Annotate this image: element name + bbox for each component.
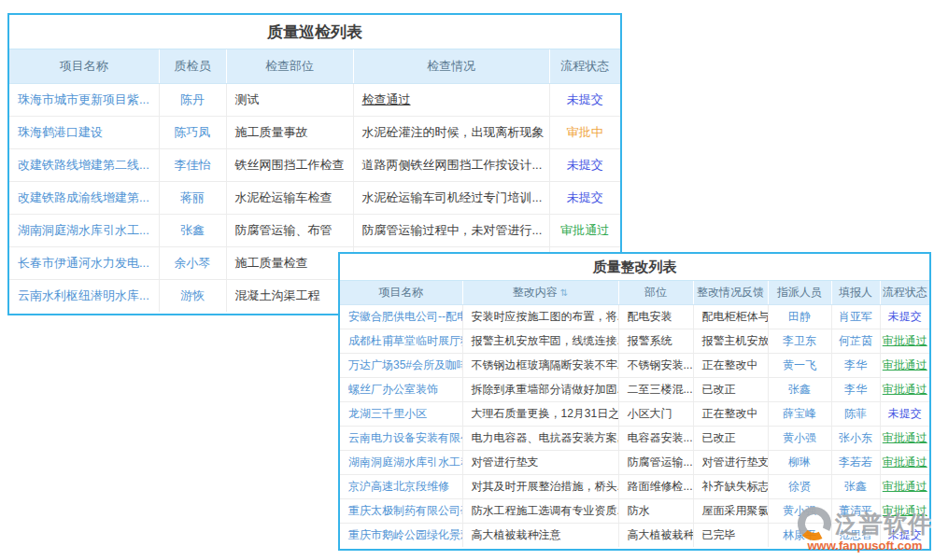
rectification-header-row: 项目名称整改内容⇅部位整改情况反馈指派人员填报人流程状态 [340, 281, 929, 304]
cell-inspect-part: 施工质量事故 [226, 116, 353, 148]
cell-project-name[interactable]: 湖南洞庭湖水库引水工程施工标 [340, 450, 462, 474]
cell-project-name[interactable]: 万达广场35#会所及咖啡厅空... [340, 353, 462, 377]
cell-reporter[interactable]: 李若若 [831, 450, 880, 474]
cell-flow-status[interactable]: 审批通过 [880, 474, 929, 498]
cell-project-name[interactable]: 改建铁路线增建第二线... [9, 148, 159, 181]
cell-part: 防腐管运输... [618, 450, 693, 474]
cell-inspector[interactable]: 李佳怡 [159, 148, 226, 181]
cell-feedback: 对管进行垫支 [693, 450, 768, 474]
cell-project-name[interactable]: 云南电力设备安装有限公司20... [340, 426, 462, 450]
cell-project-name[interactable]: 湖南洞庭湖水库引水工... [9, 214, 159, 246]
cell-assignee[interactable]: 黄一飞 [768, 353, 831, 377]
cell-assignee[interactable]: 李卫东 [768, 329, 831, 353]
cell-flow-status[interactable]: 审批通过 [880, 353, 929, 377]
cell-assignee[interactable]: 薛宝峰 [768, 401, 831, 426]
cell-flow-status[interactable]: 审批中 [549, 116, 620, 148]
cell-reporter[interactable]: 何芷茵 [831, 329, 880, 353]
rectification-col-6: 流程状态 [880, 281, 929, 304]
cell-inspect-situation: 水泥砼运输车司机经过专门培训... [353, 181, 549, 214]
cell-flow-status[interactable]: 未提交 [880, 401, 929, 426]
cell-part: 电容器安装... [618, 426, 693, 450]
inspection-row: 珠海鹤港口建设陈巧凤施工质量事故水泥砼灌注的时候，出现离析现象审批中 [9, 116, 620, 148]
cell-part: 小区大门 [618, 401, 693, 426]
cell-project-name[interactable]: 云南水利枢纽潜明水库... [9, 279, 159, 312]
cell-rectify-content: 防水工程施工选调有专业资质... [462, 498, 618, 523]
cell-project-name[interactable]: 改建铁路成渝线增建第... [9, 181, 159, 214]
inspection-row: 改建铁路线增建第二线...李佳怡铁丝网围挡工作检查道路两侧铁丝网围挡工作按设计.… [9, 148, 620, 181]
cell-inspect-situation: 道路两侧铁丝网围挡工作按设计... [353, 148, 549, 181]
watermark-url: www.fanpusoft.com [796, 539, 934, 553]
inspection-row: 珠海市城市更新项目紫...陈丹测试检查通过未提交 [9, 83, 620, 116]
cell-project-name[interactable]: 重庆太极制药有限公司亳州中... [340, 498, 462, 523]
cell-flow-status[interactable]: 审批通过 [549, 214, 620, 246]
cell-feedback: 已改正 [693, 426, 768, 450]
cell-feedback: 正在整改中 [693, 401, 768, 426]
cell-feedback: 配电柜柜体与... [693, 304, 768, 329]
cell-flow-status[interactable]: 审批通过 [880, 377, 929, 401]
cell-assignee[interactable]: 徐贤 [768, 474, 831, 498]
cell-project-name[interactable]: 重庆市鹅岭公园绿化景观提升... [340, 523, 462, 547]
cell-flow-status[interactable]: 未提交 [549, 148, 620, 181]
cell-project-name[interactable]: 龙湖三千里小区 [340, 401, 462, 426]
cell-feedback: 报警主机安放... [693, 329, 768, 353]
inspection-col-3: 检查情况 [353, 49, 549, 83]
cell-project-name[interactable]: 珠海鹤港口建设 [9, 116, 159, 148]
cell-part: 防水 [618, 498, 693, 523]
cell-part: 高大植被栽种 [618, 523, 693, 547]
cell-inspect-part: 水泥砼运输车检查 [226, 181, 353, 214]
cell-rectify-content: 拆除到承重墙部分请做好加固... [462, 377, 618, 401]
cell-rectify-content: 对管进行垫支 [462, 450, 618, 474]
cell-assignee[interactable]: 张鑫 [768, 377, 831, 401]
rectification-row: 成都杜甫草堂临时展厅独立展...报警主机安放牢固，线缆连接...报警系统报警主机… [340, 329, 929, 353]
cell-assignee[interactable]: 黄小强 [768, 426, 831, 450]
rectification-row: 湖南洞庭湖水库引水工程施工标对管进行垫支防腐管运输...对管进行垫支柳琳李若若审… [340, 450, 929, 474]
rectification-row: 万达广场35#会所及咖啡厅空...不锈钢边框玻璃隔断安装不牢...不锈钢安装..… [340, 353, 929, 377]
cell-feedback: 已完毕 [693, 523, 768, 547]
cell-part: 二至三楼混... [618, 377, 693, 401]
cell-reporter[interactable]: 李华 [831, 377, 880, 401]
cell-assignee[interactable]: 田静 [768, 304, 831, 329]
cell-reporter[interactable]: 肖亚军 [831, 304, 880, 329]
inspection-table-head: 项目名称质检员检查部位检查情况流程状态 [9, 49, 620, 83]
cell-flow-status[interactable]: 审批通过 [880, 450, 929, 474]
cell-flow-status[interactable]: 审批通过 [880, 329, 929, 353]
cell-flow-status[interactable]: 未提交 [549, 83, 620, 116]
cell-reporter[interactable]: 张鑫 [831, 474, 880, 498]
cell-assignee[interactable]: 柳琳 [768, 450, 831, 474]
rectification-col-4: 指派人员 [768, 281, 831, 304]
cell-feedback: 补齐缺失标志... [693, 474, 768, 498]
cell-project-name[interactable]: 安徽合肥供电公司--配电设备... [340, 304, 462, 329]
rectification-table-title: 质量整改列表 [340, 254, 929, 281]
inspection-col-2: 检查部位 [226, 49, 353, 83]
cell-project-name[interactable]: 长春市伊通河水力发电... [9, 246, 159, 279]
cell-reporter[interactable]: 张小东 [831, 426, 880, 450]
cell-part: 配电安装 [618, 304, 693, 329]
watermark: 泛普软件 www.fanpusoft.com [796, 505, 934, 553]
cell-flow-status[interactable]: 审批通过 [880, 426, 929, 450]
cell-inspector[interactable]: 蒋丽 [159, 181, 226, 214]
cell-rectify-content: 高大植被栽种注意 [462, 523, 618, 547]
cell-inspector[interactable]: 陈巧凤 [159, 116, 226, 148]
cell-project-name[interactable]: 成都杜甫草堂临时展厅独立展... [340, 329, 462, 353]
rectification-col-5: 填报人 [831, 281, 880, 304]
cell-project-name[interactable]: 螺丝厂办公室装饰 [340, 377, 462, 401]
cell-reporter[interactable]: 陈菲 [831, 401, 880, 426]
cell-inspector[interactable]: 余小琴 [159, 246, 226, 279]
cell-flow-status[interactable]: 未提交 [549, 181, 620, 214]
cell-inspect-part: 混凝土沟渠工程 [226, 279, 353, 312]
sort-icon[interactable]: ⇅ [560, 287, 568, 298]
cell-project-name[interactable]: 珠海市城市更新项目紫... [9, 83, 159, 116]
rectification-col-1[interactable]: 整改内容⇅ [462, 281, 618, 304]
cell-inspector[interactable]: 张鑫 [159, 214, 226, 246]
cell-inspector[interactable]: 陈丹 [159, 83, 226, 116]
cell-inspect-situation: 防腐管运输过程中，未对管进行... [353, 214, 549, 246]
cell-reporter[interactable]: 李华 [831, 353, 880, 377]
cell-part: 不锈钢安装... [618, 353, 693, 377]
rectification-row: 安徽合肥供电公司--配电设备...安装时应按施工图的布置，将...配电安装配电柜… [340, 304, 929, 329]
cell-flow-status[interactable]: 未提交 [880, 304, 929, 329]
cell-inspector[interactable]: 游恢 [159, 279, 226, 312]
cell-feedback: 屋面采用聚氯... [693, 498, 768, 523]
cell-inspect-situation: 检查通过 [353, 83, 549, 116]
rectification-col-0: 项目名称 [340, 281, 462, 304]
cell-project-name[interactable]: 京沪高速北京段维修 [340, 474, 462, 498]
